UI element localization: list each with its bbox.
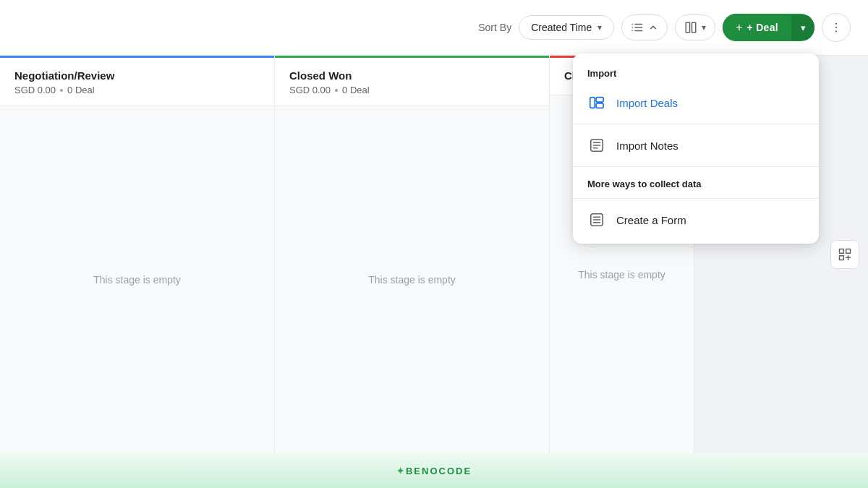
svg-point-8 [835,23,837,25]
import-deals-label: Import Deals [616,97,678,109]
dropdown-menu: Import Import Deals [573,53,819,244]
svg-point-10 [835,30,837,32]
dot-separator [60,89,63,92]
dropdown-divider-3 [573,198,819,199]
columns-button[interactable]: ▾ [675,14,715,40]
empty-stage-label: This stage is empty [93,274,181,286]
deal-btn-arrow[interactable]: ▾ [791,15,814,40]
create-form-icon [587,210,606,229]
svg-rect-11 [840,249,844,254]
deal-btn-label: + Deal [747,22,778,33]
svg-rect-7 [692,22,696,33]
svg-rect-6 [686,22,689,33]
svg-rect-15 [596,98,603,102]
filter-icon [631,21,644,34]
import-notes-icon [587,136,606,155]
chevron-down-icon: ▾ [597,22,602,33]
import-deals-item[interactable]: Import Deals [573,85,819,121]
main-container: Sort By Created Time ▾ [0,0,868,488]
stage-column-closed-won: Closed Won SGD 0.00 0 Deal This stage is… [275,56,550,453]
brand-logo: ✦BENOCODE [396,466,472,476]
deal-btn-main[interactable]: + + Deal [723,14,791,41]
toolbar: Sort By Created Time ▾ [0,0,868,56]
import-deals-icon [587,93,606,112]
svg-point-9 [835,27,837,28]
columns-icon [684,21,697,34]
stage-deal-count: 0 Deal [67,85,95,95]
edit-icon-side-button[interactable] [830,240,859,269]
create-form-item[interactable]: Create a Form [573,202,819,238]
stage-title: Closed Won [289,69,535,82]
sort-by-label: Sort By [478,22,511,33]
edit-icon [838,247,852,262]
svg-rect-12 [846,249,851,254]
import-notes-label: Import Notes [616,140,678,152]
stage-amount: SGD 0.00 [289,85,331,95]
empty-stage-label: This stage is empty [578,269,665,281]
stage-meta: SGD 0.00 0 Deal [14,85,260,95]
more-vertical-icon [830,21,843,34]
chevron-down-icon: ▾ [702,22,706,33]
footer: ✦BENOCODE [0,453,868,488]
dropdown-divider-2 [573,166,819,167]
stage-body-negotiation: This stage is empty [0,106,274,453]
dot-separator [335,89,338,92]
create-form-label: Create a Form [616,214,686,226]
stage-deal-count: 0 Deal [342,85,370,95]
add-deal-button[interactable]: + + Deal ▾ [723,14,814,41]
stage-header-closed-won: Closed Won SGD 0.00 0 Deal [275,56,549,106]
stage-header-negotiation: Negotiation/Review SGD 0.00 0 Deal [0,56,274,106]
stage-amount: SGD 0.00 [14,85,56,95]
sort-dropdown[interactable]: Created Time ▾ [519,15,614,40]
plus-icon: + [736,21,742,34]
stage-meta: SGD 0.00 0 Deal [289,85,535,95]
chevron-down-icon: ▾ [801,22,806,33]
stage-body-closed-won: This stage is empty [275,106,549,453]
svg-rect-13 [840,256,844,260]
dropdown-divider [573,124,819,124]
more-ways-section-label: More ways to collect data [573,170,819,195]
more-options-button[interactable] [822,13,851,42]
import-notes-item[interactable]: Import Notes [573,127,819,163]
stage-column-negotiation: Negotiation/Review SGD 0.00 0 Deal This … [0,56,275,453]
filter-button[interactable] [621,14,668,40]
sort-value: Created Time [531,22,592,33]
sort-arrows-icon [648,22,658,33]
svg-rect-14 [590,98,595,108]
stage-title: Negotiation/Review [14,69,260,82]
svg-rect-16 [596,103,603,108]
import-section-label: Import [573,59,819,85]
empty-stage-label: This stage is empty [368,274,456,286]
